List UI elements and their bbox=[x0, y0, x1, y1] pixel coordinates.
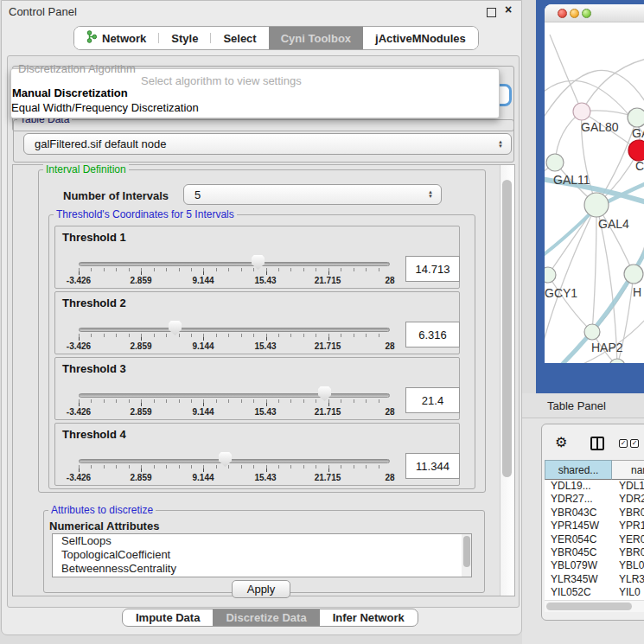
tick-label: 21.715 bbox=[315, 276, 341, 285]
tick-label: 15.43 bbox=[254, 473, 276, 482]
tab-style-label: Style bbox=[171, 32, 198, 45]
table-row[interactable]: YLR345WYLR3 bbox=[545, 573, 644, 586]
minimize-traffic-light-icon[interactable] bbox=[570, 9, 579, 18]
threshold-4-value-field[interactable]: 11.344 bbox=[405, 453, 460, 479]
cell: YDR2 bbox=[612, 493, 644, 506]
tick-label: 15.43 bbox=[254, 407, 276, 417]
column-header-shared-name[interactable]: shared... bbox=[545, 460, 612, 480]
threshold-1-ticks bbox=[79, 268, 391, 275]
table-data-spinner-icon[interactable]: ▲ ▼ bbox=[498, 140, 503, 149]
table-row[interactable]: YIL052CYIL0 bbox=[545, 586, 644, 599]
threshold-4-panel: Threshold 4 -3.426 2.859 9.144 15.43 21.… bbox=[54, 423, 460, 486]
attributes-list-scrollbar-thumb[interactable] bbox=[463, 536, 470, 567]
tick-label: 2.859 bbox=[130, 407, 151, 417]
tab-style[interactable]: Style bbox=[159, 27, 210, 49]
spinner-down-icon: ▼ bbox=[498, 144, 503, 149]
tick-label: 2.859 bbox=[130, 341, 151, 351]
threshold-1-label: Threshold 1 bbox=[62, 231, 126, 244]
cell: YDR27... bbox=[545, 493, 612, 506]
network-window-titlebar bbox=[545, 4, 644, 22]
table-row[interactable]: YPR145WYPR1 bbox=[545, 520, 644, 532]
table-row[interactable]: YDR27...YDR2 bbox=[545, 493, 644, 506]
table-row[interactable]: YDL19...YDL1 bbox=[545, 480, 644, 493]
threshold-2-label: Threshold 2 bbox=[62, 296, 126, 309]
table-data-select[interactable]: galFiltered.sif default node ▲ ▼ bbox=[23, 133, 512, 155]
apply-button[interactable]: Apply bbox=[232, 580, 290, 598]
tab-jactivemnodules-label: jActiveMNodules bbox=[375, 32, 466, 45]
threshold-1-value-field[interactable]: 14.713 bbox=[405, 256, 460, 282]
list-item[interactable]: SelfLoops bbox=[53, 534, 471, 548]
threshold-1-panel: Threshold 1 -3.426 2.859 9.144 15.43 21.… bbox=[54, 226, 460, 289]
number-of-intervals-value: 5 bbox=[194, 188, 201, 201]
table-row[interactable]: YBR045CYBR0 bbox=[545, 546, 644, 559]
threshold-4-slider-track[interactable] bbox=[79, 459, 390, 463]
network-tree-icon bbox=[86, 30, 97, 46]
vertical-scrollbar-thumb[interactable] bbox=[502, 180, 512, 477]
node-label-ga: GA bbox=[632, 126, 644, 140]
control-panel-tabbar: Network Style Select Cyni Toolbox jActiv… bbox=[73, 26, 479, 50]
checkbox-icon[interactable]: ✓ bbox=[619, 439, 628, 448]
numerical-attributes-list[interactable]: SelfLoops TopologicalCoefficient Between… bbox=[52, 533, 472, 577]
number-of-intervals-spinner-icon[interactable]: ▲ ▼ bbox=[428, 190, 433, 199]
node-hap2[interactable] bbox=[584, 324, 600, 340]
close-icon[interactable]: × bbox=[505, 3, 512, 16]
threshold-3-value-field[interactable]: 21.4 bbox=[405, 387, 460, 413]
tab-infer-network-label: Infer Network bbox=[333, 611, 405, 624]
algorithm-option-manual[interactable]: Manual Discretization bbox=[12, 86, 128, 99]
checkbox-icon[interactable]: ✓ bbox=[630, 439, 639, 448]
column-header-name[interactable]: name bbox=[612, 460, 644, 480]
tab-infer-network[interactable]: Infer Network bbox=[320, 609, 418, 626]
screen: Control Panel × Network Style Select bbox=[0, 0, 644, 644]
tick-label: 9.144 bbox=[192, 473, 214, 482]
threshold-2-value-field[interactable]: 6.316 bbox=[405, 322, 460, 348]
tab-impute-data-label: Impute Data bbox=[136, 611, 200, 624]
node-gal4[interactable] bbox=[584, 193, 609, 217]
float-window-icon[interactable] bbox=[487, 8, 496, 17]
node-label-gal4: GAL4 bbox=[598, 217, 629, 231]
close-traffic-light-icon[interactable] bbox=[558, 9, 567, 18]
algorithm-option-equal-width[interactable]: Equal Width/Frequency Discretization bbox=[11, 101, 199, 114]
tab-impute-data[interactable]: Impute Data bbox=[123, 609, 213, 626]
threshold-3-slider-track[interactable] bbox=[79, 393, 390, 398]
node-highlighted-red[interactable] bbox=[628, 140, 644, 161]
list-item[interactable]: TopologicalCoefficient bbox=[53, 548, 471, 562]
number-of-intervals-label: Number of Intervals bbox=[63, 189, 169, 202]
tab-network[interactable]: Network bbox=[74, 27, 158, 49]
tab-select[interactable]: Select bbox=[211, 27, 268, 49]
column-layout-icon[interactable] bbox=[590, 437, 604, 450]
table-row[interactable]: YBR043CYBR0 bbox=[545, 507, 644, 520]
control-panel-title: Control Panel bbox=[9, 5, 77, 18]
cell: YER0 bbox=[612, 533, 644, 546]
network-canvas[interactable]: GAL80 GA C GAL11 GAL4 GCY1 H HAP2 bbox=[545, 22, 644, 363]
node-gal11[interactable] bbox=[546, 154, 564, 171]
node-attribute-table[interactable]: shared... name YDL19...YDL1 YDR27...YDR2… bbox=[545, 460, 644, 600]
cell: YDL1 bbox=[612, 480, 644, 493]
table-row[interactable]: YBL079WYBL0 bbox=[545, 559, 644, 572]
node-gal80[interactable] bbox=[573, 103, 590, 120]
thresholds-group-label: Threshold's Coordinates for 5 Intervals bbox=[54, 208, 237, 220]
tab-jactivemnodules[interactable]: jActiveMNodules bbox=[363, 27, 478, 49]
gear-icon[interactable]: ⚙ bbox=[555, 434, 567, 450]
tick-label: 15.43 bbox=[254, 341, 276, 351]
node-ga[interactable] bbox=[628, 108, 644, 127]
node-gcy1[interactable] bbox=[545, 267, 556, 283]
tick-label: -3.426 bbox=[67, 276, 91, 285]
node-h[interactable] bbox=[624, 265, 643, 284]
table-row[interactable]: YER054CYER0 bbox=[545, 533, 644, 546]
number-of-intervals-select[interactable]: 5 ▲ ▼ bbox=[183, 184, 442, 205]
tab-discretize-data[interactable]: Discretize Data bbox=[213, 609, 319, 626]
threshold-2-slider-track[interactable] bbox=[79, 328, 390, 332]
table-data-selected-value: galFiltered.sif default node bbox=[35, 137, 166, 150]
cell: YBR045C bbox=[545, 546, 612, 559]
cell: YBR043C bbox=[545, 507, 612, 520]
cell: YDL19... bbox=[545, 480, 612, 493]
tab-cyni-toolbox[interactable]: Cyni Toolbox bbox=[269, 27, 363, 49]
tick-label: 21.715 bbox=[315, 407, 341, 417]
node-label-c: C bbox=[635, 159, 644, 173]
algorithm-placeholder-option[interactable]: Select algorithm to view settings bbox=[141, 74, 302, 87]
list-item[interactable]: BetweennessCentrality bbox=[53, 562, 471, 576]
cell: YLR345W bbox=[545, 573, 612, 586]
zoom-traffic-light-icon[interactable] bbox=[582, 9, 591, 18]
threshold-1-slider-track[interactable] bbox=[79, 262, 390, 266]
table-horizontal-scrollbar-thumb[interactable] bbox=[546, 603, 632, 610]
